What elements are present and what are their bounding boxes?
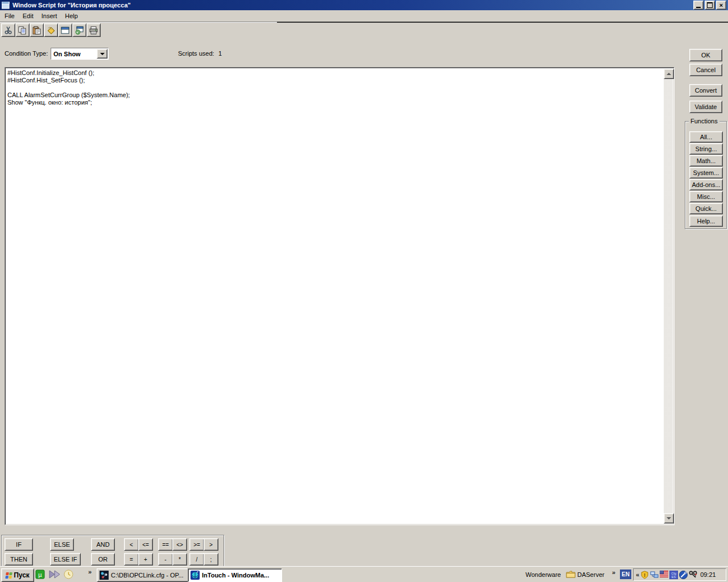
quicklaunch-icon-2[interactable] — [49, 570, 60, 579]
keypad-le-button[interactable]: <= — [138, 538, 153, 551]
minimize-icon — [696, 7, 701, 8]
cut-icon — [4, 26, 13, 35]
keypad-ne-button[interactable]: <> — [172, 538, 187, 551]
keypad-then-button[interactable]: THEN — [5, 553, 33, 566]
functions-addons-button[interactable]: Add-ons... — [689, 179, 723, 190]
chevron-up-icon — [667, 73, 671, 75]
window-select-button[interactable] — [58, 23, 72, 37]
keypad-or-button[interactable]: OR — [91, 553, 115, 566]
keypad-else-button[interactable]: ELSE — [50, 538, 74, 551]
keypad-minus-button[interactable]: - — [158, 553, 173, 566]
window-replace-button[interactable] — [72, 23, 86, 37]
convert-button[interactable]: Convert — [689, 84, 722, 97]
window-icon — [61, 26, 69, 35]
daserver-toolbar-label[interactable]: DAServer — [577, 571, 605, 578]
service-wrench-icon[interactable] — [679, 571, 688, 579]
functions-quick-button[interactable]: Quick... — [689, 203, 723, 214]
taskbar-clock[interactable]: 09:21 — [700, 571, 716, 578]
functions-help-button[interactable]: Help... — [689, 215, 723, 227]
menu-bar: File Edit Insert Help — [1, 11, 82, 21]
keypad-assign-button[interactable]: = — [124, 553, 139, 566]
print-button[interactable] — [86, 23, 101, 37]
system-tray: « ! CfgES 09:21 — [633, 568, 726, 581]
menu-separator-dark — [277, 22, 728, 23]
svg-text:ES: ES — [672, 575, 676, 579]
script-editor-area[interactable]: #HistConf.Initialize_HistConf (); #HistC… — [5, 67, 675, 525]
functions-all-button[interactable]: All... — [689, 131, 723, 143]
quicklaunch-icon-3[interactable] — [64, 569, 73, 579]
opclink-icon — [100, 571, 109, 580]
key-access-icon[interactable] — [689, 571, 697, 579]
condition-type-dropdown[interactable]: On Show — [51, 48, 109, 60]
print-icon — [89, 26, 98, 35]
tray-collapse-chevron[interactable]: « — [636, 571, 639, 578]
keypad-lt-button[interactable]: < — [124, 538, 139, 551]
maximize-icon — [707, 2, 713, 8]
security-shield-icon[interactable]: ! — [640, 571, 649, 579]
windows-logo-icon — [5, 572, 13, 579]
window-replace-icon — [75, 26, 84, 35]
start-button[interactable]: Пуск — [1, 568, 34, 582]
taskbar: Пуск µ » C:\DB\OPCLink.cfg - OP... InTou… — [0, 566, 728, 582]
cfg-editor-icon[interactable]: CfgES — [669, 571, 678, 579]
keypad-ge-button[interactable]: >= — [189, 538, 204, 551]
functions-group-title: Functions — [689, 118, 719, 124]
intouch-icon — [191, 571, 200, 580]
paste-button[interactable] — [30, 23, 44, 37]
title-bar: Window Script for "История процесса" × — [0, 0, 728, 10]
cut-button[interactable] — [1, 23, 15, 37]
vertical-scrollbar[interactable] — [664, 69, 673, 523]
dropdown-arrow-button[interactable] — [97, 49, 107, 59]
condition-type-value: On Show — [51, 51, 97, 57]
keypad-if-button[interactable]: IF — [5, 538, 33, 551]
functions-system-button[interactable]: System... — [689, 167, 723, 178]
tag-icon — [47, 26, 55, 35]
functions-math-button[interactable]: Math... — [689, 155, 723, 167]
task-button-label: C:\DB\OPCLink.cfg - OP... — [111, 572, 184, 579]
copy-icon — [18, 26, 27, 35]
quicklaunch-icon-1[interactable]: µ — [35, 569, 45, 579]
quicklaunch-overflow-chevron[interactable]: » — [88, 568, 92, 575]
functions-string-button[interactable]: String... — [689, 143, 723, 155]
window-icon — [2, 2, 10, 9]
ok-button[interactable]: OK — [689, 49, 722, 61]
script-text[interactable]: #HistConf.Initialize_HistConf (); #HistC… — [7, 69, 661, 523]
task-button-label: InTouch - WindowMa... — [202, 572, 269, 579]
keypad-eq2-button[interactable]: == — [158, 538, 173, 551]
scroll-up-button[interactable] — [664, 69, 674, 79]
daserver-folder-icon[interactable] — [566, 570, 576, 578]
script-editor-window: Window Script for "История процесса" × F… — [0, 0, 728, 566]
keypad-multiply-button[interactable]: * — [172, 553, 187, 566]
menu-help[interactable]: Help — [61, 11, 82, 21]
functions-group: Functions All... String... Math... Syste… — [685, 121, 727, 229]
scripts-used-label: Scripts used: — [178, 50, 214, 57]
validate-button[interactable]: Validate — [689, 101, 722, 113]
copy-button[interactable] — [15, 23, 30, 37]
keypad-elseif-button[interactable]: ELSE IF — [50, 553, 81, 566]
tag-button[interactable] — [44, 23, 58, 37]
maximize-button[interactable] — [705, 1, 715, 10]
keypad-and-button[interactable]: AND — [91, 538, 115, 551]
wonderware-toolbar-label[interactable]: Wonderware — [526, 571, 561, 578]
language-indicator[interactable]: EN — [620, 569, 631, 579]
close-icon: × — [719, 2, 723, 8]
keypad-gt-button[interactable]: > — [204, 538, 218, 551]
cancel-button[interactable]: Cancel — [689, 64, 722, 76]
task-button-opclink[interactable]: C:\DB\OPCLink.cfg - OP... — [97, 568, 190, 582]
keypad-divide-button[interactable]: / — [189, 553, 204, 566]
chevron-down-icon — [100, 53, 105, 55]
keypad-semicolon-button[interactable]: ; — [204, 553, 218, 566]
network-icon[interactable] — [650, 571, 659, 579]
condition-type-label: Condition Type: — [5, 50, 48, 57]
scroll-down-button[interactable] — [664, 513, 674, 523]
menu-insert[interactable]: Insert — [38, 11, 62, 21]
task-button-intouch[interactable]: InTouch - WindowMa... — [188, 568, 282, 582]
menu-edit[interactable]: Edit — [19, 11, 38, 21]
menu-file[interactable]: File — [1, 11, 19, 21]
close-button[interactable]: × — [716, 1, 726, 10]
minimize-button[interactable] — [693, 1, 704, 10]
toolbar-overflow-chevron[interactable]: » — [612, 569, 615, 576]
us-flag-icon[interactable] — [660, 571, 668, 579]
functions-misc-button[interactable]: Misc... — [689, 191, 723, 202]
keypad-plus-button[interactable]: + — [138, 553, 153, 566]
